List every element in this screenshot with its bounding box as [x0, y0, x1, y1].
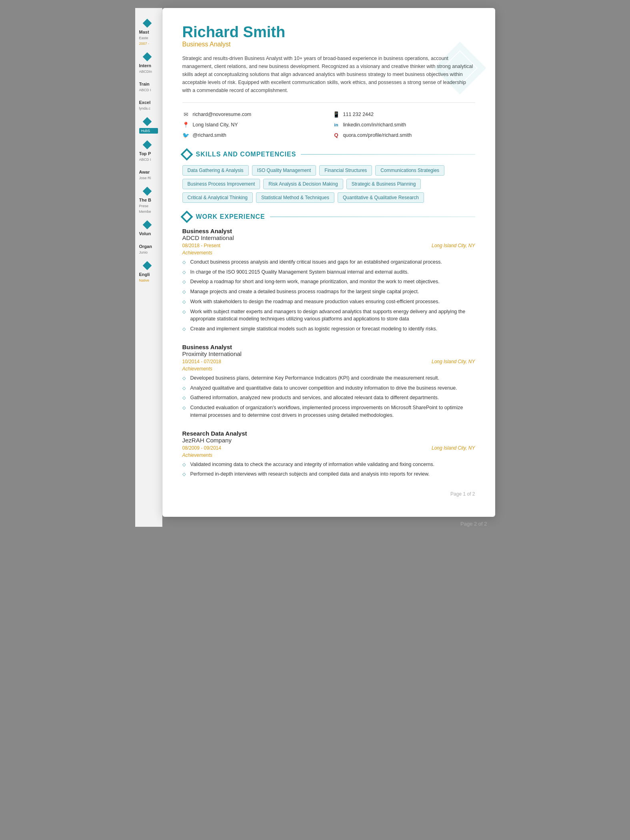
skills-diamond-icon — [180, 148, 193, 160]
bullet-0-0: Conduct business process analysis and id… — [182, 257, 475, 267]
contact-quora: Q quora.com/profile/richard.smith — [333, 132, 475, 139]
email-value: richard@novoresume.com — [193, 112, 252, 117]
sidebar-item-3: Train ABCD I — [139, 82, 158, 92]
sidebar-badge: HubS — [139, 128, 158, 134]
bullet-1-3: Conducted evaluation of organization's w… — [182, 403, 475, 420]
job-meta-0: 08/2018 - Present Long Island City, NY — [182, 243, 475, 248]
skill-tag-1: ISO Quality Management — [252, 165, 316, 176]
bullet-0-3: Manage projects and create a detailed bu… — [182, 287, 475, 297]
header-divider — [182, 102, 475, 103]
candidate-name: Richard Smith — [182, 24, 475, 41]
sidebar-date-1: 2007 - — [139, 42, 158, 46]
sidebar-sub-3: ABCD I — [139, 88, 158, 92]
sidebar-item-5: HubS — [139, 118, 158, 134]
page-number: Page 1 of 2 — [182, 491, 475, 497]
work-diamond-icon — [180, 210, 193, 223]
job-achievements-label-1: Achievements — [182, 366, 475, 372]
job-bullets-2: Validated incoming data to check the acc… — [182, 460, 475, 480]
job-bullets-1: Developed business plans, determine Key … — [182, 373, 475, 420]
sidebar-diamond-icon — [142, 117, 152, 126]
contact-section: ✉ richard@novoresume.com 📱 111 232 2442 … — [182, 111, 475, 139]
job-block-0: Business Analyst ADCD International 08/2… — [182, 228, 475, 334]
sidebar-diamond-icon — [142, 52, 152, 62]
sidebar-item-7: Awar Jose Ri — [139, 170, 158, 180]
work-section-header: WORK EXPERIENCE — [182, 212, 475, 221]
job-title-0: Business Analyst — [182, 228, 475, 234]
work-section-title: WORK EXPERIENCE — [196, 213, 265, 220]
sidebar-item-9: Volun — [139, 222, 158, 236]
bullet-0-6: Create and implement simple statistical … — [182, 324, 475, 334]
job-meta-1: 10/2014 - 07/2018 Long Island City, NY — [182, 359, 475, 364]
skills-container: Data Gathering & Analysis ISO Quality Ma… — [182, 165, 475, 203]
skills-section-line — [301, 154, 475, 155]
email-icon: ✉ — [182, 111, 190, 118]
sidebar-item-8: The B Prese Membe — [139, 188, 158, 214]
bullet-1-2: Gathered information, analyzed new produ… — [182, 393, 475, 403]
sidebar-item-4: Excel lynda.c — [139, 100, 158, 110]
skills-section-header: SKILLS AND COMPETENCIES — [182, 150, 475, 159]
skill-tag-6: Strategic & Business Planning — [346, 179, 421, 189]
twitter-icon: 🐦 — [182, 132, 190, 139]
job-company-0: ADCD International — [182, 234, 475, 241]
sidebar-label-11: Engli — [139, 272, 158, 277]
contact-phone: 📱 111 232 2442 — [333, 111, 475, 118]
sidebar-label-3: Train — [139, 82, 158, 86]
job-title-1: Business Analyst — [182, 344, 475, 350]
sidebar-sub-11: Native — [139, 278, 158, 282]
sidebar-extra-8: Membe — [139, 210, 158, 214]
sidebar-item-6: Top P ABCD I — [139, 142, 158, 162]
work-section-line — [270, 216, 475, 217]
location-value: Long Island City, NY — [193, 122, 238, 128]
sidebar-sub-2: ABCDIn — [139, 70, 158, 74]
job-bullets-0: Conduct business process analysis and id… — [182, 257, 475, 334]
contact-twitter: 🐦 @richard.smith — [182, 132, 325, 139]
job-dates-2: 08/2009 - 09/2014 — [182, 445, 221, 451]
job-meta-2: 08/2009 - 09/2014 Long Island City, NY — [182, 445, 475, 451]
job-location-1: Long Island City, NY — [432, 359, 475, 364]
bullet-2-0: Validated incoming data to check the acc… — [182, 460, 475, 470]
sidebar-diamond-icon — [142, 261, 152, 270]
candidate-summary: Strategic and results-driven Business An… — [182, 54, 475, 94]
bullet-1-1: Analyzed qualitative and quantitative da… — [182, 383, 475, 393]
linkedin-icon: in — [333, 121, 340, 128]
location-icon: 📍 — [182, 121, 190, 128]
sidebar-label-4: Excel — [139, 100, 158, 105]
contact-location: 📍 Long Island City, NY — [182, 121, 325, 128]
candidate-title: Business Analyst — [182, 41, 475, 48]
bullet-0-5: Work with subject matter experts and man… — [182, 307, 475, 324]
sidebar-label-8: The B — [139, 198, 158, 202]
sidebar-label-7: Awar — [139, 170, 158, 174]
sidebar-label-10: Organ — [139, 244, 158, 249]
skill-tag-4: Business Process Improvement — [182, 179, 260, 189]
sidebar-diamond-icon — [142, 220, 152, 230]
sidebar-diamond-icon — [142, 187, 152, 196]
bullet-0-4: Work with stakeholders to design the roa… — [182, 297, 475, 307]
skill-tag-5: Risk Analysis & Decision Making — [263, 179, 343, 189]
job-dates-1: 10/2014 - 07/2018 — [182, 359, 221, 364]
linkedin-value: linkedin.com/in/richard.smith — [343, 122, 406, 128]
sidebar-sub-4: lynda.c — [139, 106, 158, 110]
skill-tag-2: Financial Structures — [319, 165, 372, 176]
job-achievements-label-0: Achievements — [182, 250, 475, 256]
job-title-2: Research Data Analyst — [182, 430, 475, 437]
bullet-1-0: Developed business plans, determine Key … — [182, 373, 475, 383]
sidebar-item-10: Organ Junio — [139, 244, 158, 254]
phone-value: 111 232 2442 — [343, 112, 374, 117]
sidebar-label-2: Intern — [139, 63, 158, 68]
job-location-2: Long Island City, NY — [432, 445, 475, 451]
sidebar-peek: Mast Easte 2007 - Intern ABCDIn Train AB… — [135, 8, 162, 527]
page-2-label: Page 2 of 2 — [135, 521, 495, 527]
sidebar-item-2: Intern ABCDIn — [139, 54, 158, 74]
sidebar-item-11: Engli Native — [139, 262, 158, 282]
job-location-0: Long Island City, NY — [432, 243, 475, 248]
job-company-1: Proximity International — [182, 350, 475, 357]
job-block-1: Business Analyst Proximity International… — [182, 344, 475, 420]
sidebar-sub-7: Jose Ri — [139, 176, 158, 180]
contact-linkedin: in linkedin.com/in/richard.smith — [333, 121, 475, 128]
sidebar-diamond-icon — [142, 19, 152, 28]
job-dates-0: 08/2018 - Present — [182, 243, 220, 248]
sidebar-label-9: Volun — [139, 231, 158, 236]
contact-email: ✉ richard@novoresume.com — [182, 111, 325, 118]
sidebar-diamond-icon — [142, 140, 152, 150]
sidebar-sub-8: Prese — [139, 204, 158, 208]
